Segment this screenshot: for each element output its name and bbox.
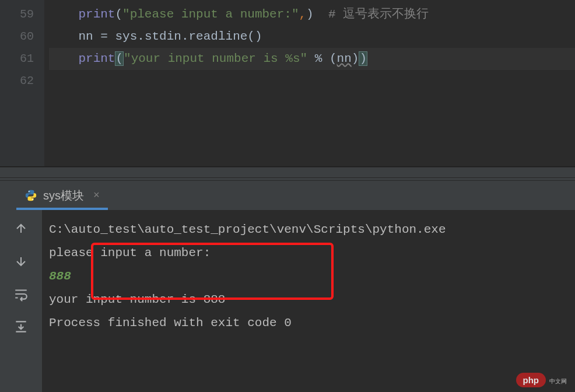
svg-point-1: [32, 199, 33, 200]
close-icon[interactable]: ×: [93, 190, 100, 201]
watermark-subtext: 中文网: [549, 379, 567, 385]
output-line: C:\auto_test\auto_test_project\venv\Scri…: [49, 218, 568, 242]
line-number: 60: [0, 26, 34, 48]
output-user-input: 888: [49, 265, 568, 288]
line-number-gutter: 59 60 61 62: [0, 0, 44, 166]
code-editor[interactable]: 59 60 61 62 print("please input a number…: [0, 0, 575, 167]
watermark: php中文网: [516, 375, 567, 386]
python-file-icon: [24, 189, 37, 202]
arrow-up-icon[interactable]: [13, 220, 29, 237]
console-body: C:\auto_test\auto_test_project\venv\Scri…: [0, 210, 575, 392]
console-tab-label: sys模块: [43, 188, 84, 204]
output-line: your input number is 888: [49, 288, 568, 312]
code-line[interactable]: nn = sys.stdin.readline(): [49, 26, 575, 48]
code-line[interactable]: print("please input a number:",) # 逗号表示不…: [49, 4, 575, 26]
arrow-down-icon[interactable]: [13, 253, 29, 270]
code-content[interactable]: print("please input a number:",) # 逗号表示不…: [44, 0, 575, 166]
console-output[interactable]: C:\auto_test\auto_test_project\venv\Scri…: [42, 210, 575, 392]
breadcrumb-bar: [0, 167, 575, 177]
console-tab[interactable]: sys模块 ×: [16, 183, 108, 210]
output-line: please input a number:: [49, 242, 568, 265]
line-number: 62: [0, 70, 34, 92]
output-exit-line: Process finished with exit code 0: [49, 312, 568, 335]
line-number: 59: [0, 4, 34, 26]
soft-wrap-icon[interactable]: [13, 286, 29, 302]
console-toolbar: [0, 210, 42, 392]
watermark-badge: php: [516, 373, 546, 387]
svg-point-0: [29, 191, 30, 192]
code-line[interactable]: [49, 70, 575, 92]
code-line-active[interactable]: print("your input number is %s" % (nn)): [49, 48, 575, 70]
line-number: 61: [0, 48, 34, 70]
run-console-panel: sys模块 × C:\auto_test\auto_test_project\v…: [0, 181, 575, 392]
scroll-to-end-icon[interactable]: [13, 318, 29, 335]
console-tab-bar: sys模块 ×: [0, 181, 575, 210]
